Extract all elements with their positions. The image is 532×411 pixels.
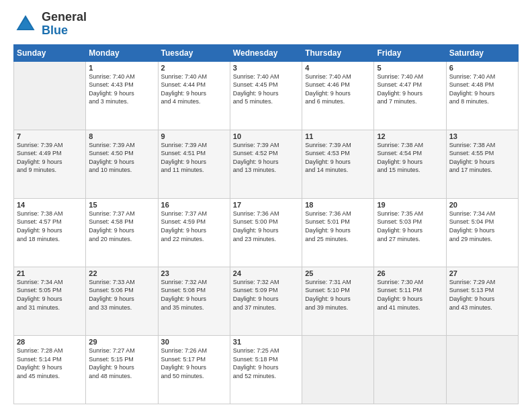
day-info: Sunrise: 7:37 AM Sunset: 4:58 PM Dayligh… [89, 210, 154, 243]
day-info: Sunrise: 7:40 AM Sunset: 4:44 PM Dayligh… [161, 73, 227, 106]
table-row [446, 335, 518, 404]
day-number: 25 [305, 269, 371, 277]
logo: General Blue [13, 11, 87, 38]
table-row: 3Sunrise: 7:40 AM Sunset: 4:45 PM Daylig… [230, 61, 302, 130]
day-number: 30 [161, 338, 227, 346]
table-row: 12Sunrise: 7:38 AM Sunset: 4:54 PM Dayli… [374, 130, 446, 198]
day-info: Sunrise: 7:35 AM Sunset: 5:03 PM Dayligh… [377, 210, 443, 243]
day-number: 14 [17, 201, 83, 209]
table-row: 27Sunrise: 7:29 AM Sunset: 5:13 PM Dayli… [446, 267, 518, 335]
table-row: 25Sunrise: 7:31 AM Sunset: 5:10 PM Dayli… [302, 267, 374, 335]
day-info: Sunrise: 7:40 AM Sunset: 4:45 PM Dayligh… [233, 73, 299, 106]
table-row: 24Sunrise: 7:32 AM Sunset: 5:09 PM Dayli… [230, 267, 302, 335]
table-row: 18Sunrise: 7:36 AM Sunset: 5:01 PM Dayli… [302, 198, 374, 267]
day-info: Sunrise: 7:28 AM Sunset: 5:14 PM Dayligh… [17, 347, 83, 380]
table-row: 21Sunrise: 7:34 AM Sunset: 5:05 PM Dayli… [14, 267, 86, 335]
day-number: 29 [89, 338, 154, 346]
day-info: Sunrise: 7:39 AM Sunset: 4:52 PM Dayligh… [233, 141, 299, 175]
table-row: 7Sunrise: 7:39 AM Sunset: 4:49 PM Daylig… [14, 130, 86, 198]
day-number: 15 [89, 201, 154, 209]
day-info: Sunrise: 7:30 AM Sunset: 5:11 PM Dayligh… [377, 278, 443, 312]
day-info: Sunrise: 7:36 AM Sunset: 5:00 PM Dayligh… [233, 210, 299, 243]
table-row: 8Sunrise: 7:39 AM Sunset: 4:50 PM Daylig… [86, 130, 158, 198]
table-row: 23Sunrise: 7:32 AM Sunset: 5:08 PM Dayli… [158, 267, 230, 335]
table-row: 5Sunrise: 7:40 AM Sunset: 4:47 PM Daylig… [374, 61, 446, 130]
day-info: Sunrise: 7:27 AM Sunset: 5:15 PM Dayligh… [89, 347, 154, 380]
day-number: 12 [377, 132, 443, 140]
calendar-week-row: 21Sunrise: 7:34 AM Sunset: 5:05 PM Dayli… [14, 267, 519, 335]
day-info: Sunrise: 7:40 AM Sunset: 4:48 PM Dayligh… [449, 73, 515, 106]
table-row: 6Sunrise: 7:40 AM Sunset: 4:48 PM Daylig… [446, 61, 518, 130]
day-number: 16 [161, 201, 227, 209]
day-info: Sunrise: 7:39 AM Sunset: 4:49 PM Dayligh… [17, 141, 83, 175]
table-row: 19Sunrise: 7:35 AM Sunset: 5:03 PM Dayli… [374, 198, 446, 267]
header: General Blue [13, 11, 519, 38]
table-row: 16Sunrise: 7:37 AM Sunset: 4:59 PM Dayli… [158, 198, 230, 267]
day-info: Sunrise: 7:39 AM Sunset: 4:53 PM Dayligh… [305, 141, 371, 175]
day-number: 24 [233, 269, 299, 277]
logo-icon [13, 12, 38, 36]
table-row: 13Sunrise: 7:38 AM Sunset: 4:55 PM Dayli… [446, 130, 518, 198]
calendar-table: Sunday Monday Tuesday Wednesday Thursday… [13, 44, 519, 404]
table-row: 31Sunrise: 7:25 AM Sunset: 5:18 PM Dayli… [230, 335, 302, 404]
day-number: 20 [449, 201, 515, 209]
day-number: 31 [233, 338, 299, 346]
day-info: Sunrise: 7:40 AM Sunset: 4:46 PM Dayligh… [305, 73, 371, 106]
calendar-header-row: Sunday Monday Tuesday Wednesday Thursday… [14, 44, 519, 61]
table-row [14, 61, 86, 130]
day-number: 4 [305, 64, 371, 72]
day-info: Sunrise: 7:40 AM Sunset: 4:43 PM Dayligh… [89, 73, 154, 106]
day-number: 19 [377, 201, 443, 209]
day-info: Sunrise: 7:29 AM Sunset: 5:13 PM Dayligh… [449, 278, 515, 312]
day-info: Sunrise: 7:34 AM Sunset: 5:05 PM Dayligh… [17, 278, 83, 312]
day-info: Sunrise: 7:38 AM Sunset: 4:57 PM Dayligh… [17, 210, 83, 243]
day-number: 17 [233, 201, 299, 209]
table-row: 1Sunrise: 7:40 AM Sunset: 4:43 PM Daylig… [86, 61, 158, 130]
day-number: 28 [17, 338, 83, 346]
table-row: 4Sunrise: 7:40 AM Sunset: 4:46 PM Daylig… [302, 61, 374, 130]
day-number: 21 [17, 269, 83, 277]
day-number: 8 [89, 132, 154, 140]
day-number: 22 [89, 269, 154, 277]
day-number: 1 [89, 64, 154, 72]
day-info: Sunrise: 7:38 AM Sunset: 4:55 PM Dayligh… [449, 141, 515, 175]
logo-text-blue: Blue [42, 24, 87, 38]
page: General Blue Sunday Monday Tuesday Wedne… [0, 0, 532, 411]
day-number: 5 [377, 64, 443, 72]
table-row: 17Sunrise: 7:36 AM Sunset: 5:00 PM Dayli… [230, 198, 302, 267]
day-number: 9 [161, 132, 227, 140]
table-row: 9Sunrise: 7:39 AM Sunset: 4:51 PM Daylig… [158, 130, 230, 198]
table-row: 30Sunrise: 7:26 AM Sunset: 5:17 PM Dayli… [158, 335, 230, 404]
day-info: Sunrise: 7:38 AM Sunset: 4:54 PM Dayligh… [377, 141, 443, 175]
day-info: Sunrise: 7:39 AM Sunset: 4:50 PM Dayligh… [89, 141, 154, 175]
table-row: 14Sunrise: 7:38 AM Sunset: 4:57 PM Dayli… [14, 198, 86, 267]
table-row: 2Sunrise: 7:40 AM Sunset: 4:44 PM Daylig… [158, 61, 230, 130]
header-sunday: Sunday [14, 44, 86, 61]
day-info: Sunrise: 7:39 AM Sunset: 4:51 PM Dayligh… [161, 141, 227, 175]
header-tuesday: Tuesday [158, 44, 230, 61]
day-info: Sunrise: 7:40 AM Sunset: 4:47 PM Dayligh… [377, 73, 443, 106]
day-info: Sunrise: 7:32 AM Sunset: 5:08 PM Dayligh… [161, 278, 227, 312]
day-number: 18 [305, 201, 371, 209]
header-thursday: Thursday [302, 44, 374, 61]
day-info: Sunrise: 7:33 AM Sunset: 5:06 PM Dayligh… [89, 278, 154, 312]
table-row: 11Sunrise: 7:39 AM Sunset: 4:53 PM Dayli… [302, 130, 374, 198]
day-number: 10 [233, 132, 299, 140]
header-monday: Monday [86, 44, 158, 61]
day-number: 11 [305, 132, 371, 140]
table-row: 15Sunrise: 7:37 AM Sunset: 4:58 PM Dayli… [86, 198, 158, 267]
day-number: 26 [377, 269, 443, 277]
day-info: Sunrise: 7:34 AM Sunset: 5:04 PM Dayligh… [449, 210, 515, 243]
header-friday: Friday [374, 44, 446, 61]
day-number: 13 [449, 132, 515, 140]
calendar-week-row: 1Sunrise: 7:40 AM Sunset: 4:43 PM Daylig… [14, 61, 519, 130]
table-row [302, 335, 374, 404]
table-row: 22Sunrise: 7:33 AM Sunset: 5:06 PM Dayli… [86, 267, 158, 335]
table-row: 20Sunrise: 7:34 AM Sunset: 5:04 PM Dayli… [446, 198, 518, 267]
header-wednesday: Wednesday [230, 44, 302, 61]
day-number: 27 [449, 269, 515, 277]
calendar-week-row: 14Sunrise: 7:38 AM Sunset: 4:57 PM Dayli… [14, 198, 519, 267]
day-info: Sunrise: 7:26 AM Sunset: 5:17 PM Dayligh… [161, 347, 227, 380]
day-info: Sunrise: 7:37 AM Sunset: 4:59 PM Dayligh… [161, 210, 227, 243]
day-number: 2 [161, 64, 227, 72]
